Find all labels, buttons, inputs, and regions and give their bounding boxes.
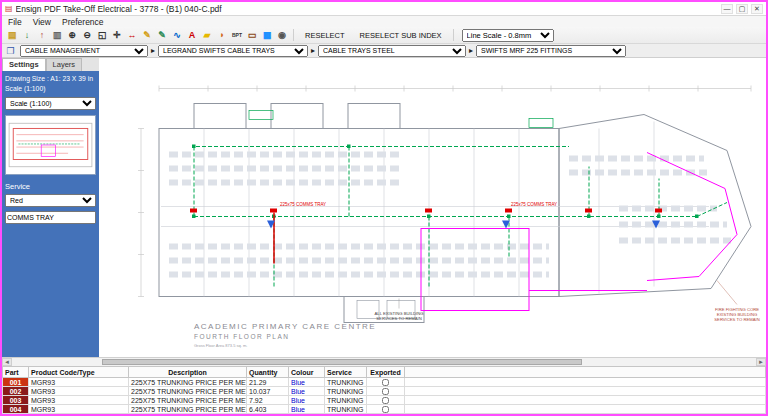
menu-file[interactable]: File — [8, 17, 22, 27]
toolbar-separator — [293, 29, 294, 41]
col-product-code[interactable]: Product Code/Type — [29, 367, 129, 378]
quantity-cell: 6.403 — [247, 405, 289, 414]
range-select[interactable]: LEGRAND SWIFTS CABLE TRAYS — [158, 45, 308, 57]
library-icon: ❐ — [4, 45, 17, 57]
import-icon[interactable]: ↓ — [20, 28, 34, 42]
pencil-green-icon[interactable]: ✎ — [155, 28, 169, 42]
fittings-select[interactable]: SWIFTS MRF 225 FITTINGS — [476, 45, 626, 57]
col-colour[interactable]: Colour — [289, 367, 325, 378]
product-code-cell: MGR93 — [29, 405, 129, 414]
printer-icon[interactable]: ▥ — [50, 28, 64, 42]
menu-view[interactable]: View — [33, 17, 51, 27]
table-row[interactable]: 003 MGR93 225X75 TRUNKING PRICE PER METR… — [3, 396, 766, 405]
tray-label: 225x75 COMMS TRAY — [280, 202, 326, 207]
horizontal-scrollbar[interactable]: ◄ ► — [2, 357, 766, 366]
bpt-icon[interactable]: BPT — [230, 28, 244, 42]
plan-title: ACADEMIC PRIMARY CARE CENTRE — [194, 322, 376, 331]
drawing-info: Drawing Size : A1: 23 X 39 in Scale (1:1… — [2, 71, 99, 95]
category-select[interactable]: CABLE MANAGEMENT — [20, 45, 148, 57]
quantity-cell: 10.037 — [247, 387, 289, 396]
quantity-cell: 21.29 — [247, 378, 289, 387]
col-description[interactable]: Description — [129, 367, 247, 378]
colour-cell: Blue — [289, 396, 325, 405]
measure-icon[interactable]: ↔ — [125, 28, 139, 42]
open-folder-icon[interactable]: ▤ — [5, 28, 19, 42]
exported-cell — [367, 378, 405, 387]
blue-arrow-markers — [267, 221, 660, 229]
part-badge: 004 — [3, 405, 29, 414]
part-badge: 002 — [3, 387, 29, 396]
tab-settings[interactable]: Settings — [2, 58, 46, 71]
table-row[interactable]: 001 MGR93 225X75 TRUNKING PRICE PER METR… — [3, 378, 766, 387]
sidebar: Settings Layers Drawing Size : A1: 23 X … — [2, 58, 99, 357]
service-cell: TRUNKING — [325, 387, 367, 396]
col-service[interactable]: Service — [325, 367, 367, 378]
zoom-out-icon[interactable]: ⊖ — [80, 28, 94, 42]
note-existing-services: ALL EXISTING BUILDING SERVICES TO REMAIN — [375, 299, 424, 321]
reselect-button[interactable]: RESELECT — [298, 28, 352, 42]
riser-boxes — [249, 111, 553, 128]
sidebar-tabs: Settings Layers — [2, 58, 99, 71]
snapshot-icon[interactable]: ◉ — [275, 28, 289, 42]
note-fire-fighting-core: FIRE FIGHTING CORE EXISTING BUILDING SER… — [714, 281, 759, 322]
exported-checkbox[interactable] — [382, 379, 389, 386]
col-part[interactable]: Part — [3, 367, 29, 378]
exported-checkbox[interactable] — [382, 388, 389, 395]
export-icon[interactable]: ↑ — [35, 28, 49, 42]
reselect-sub-index-button[interactable]: RESELECT SUB INDEX — [353, 28, 449, 42]
chevron-right-icon: ▸ — [311, 47, 315, 55]
scale-select[interactable]: Scale (1:100) — [5, 97, 96, 110]
table-row[interactable]: 002 MGR93 225X75 TRUNKING PRICE PER METR… — [3, 387, 766, 396]
subrange-select[interactable]: CABLE TRAYS STEEL — [318, 45, 466, 57]
scrollbar-thumb[interactable] — [102, 359, 582, 365]
line-scale-select[interactable]: Line Scale - 0.8mm — [462, 29, 554, 42]
scroll-right-arrow[interactable]: ► — [756, 358, 766, 366]
main-toolbar: ▤ ↓ ↑ ▥ ⊕ ⊖ ◱ ✛ ↔ ✎ ✎ ∿ A ▰ ◗ BPT ▭ ▦ ◉ … — [2, 27, 766, 44]
freehand-icon[interactable]: ∿ — [170, 28, 184, 42]
description-cell: 225X75 TRUNKING PRICE PER METRE — [129, 405, 247, 414]
plan-title-block: ACADEMIC PRIMARY CARE CENTRE FOURTH FLOO… — [194, 322, 376, 348]
pan-icon[interactable]: ✛ — [110, 28, 124, 42]
service-label: Service — [2, 178, 99, 192]
table-header-row: Part Product Code/Type Description Quant… — [3, 367, 766, 378]
product-code-cell: MGR93 — [29, 396, 129, 405]
service-name-input[interactable] — [5, 211, 96, 224]
table-row[interactable]: 004 MGR93 225X75 TRUNKING PRICE PER METR… — [3, 405, 766, 414]
col-exported[interactable]: Exported — [367, 367, 405, 378]
service-colour-select[interactable]: Red — [5, 194, 96, 207]
exported-checkbox[interactable] — [382, 397, 389, 404]
maximize-button[interactable]: ▢ — [736, 4, 748, 14]
protractor-icon[interactable]: ◗ — [215, 28, 229, 42]
minimize-button[interactable]: — — [721, 4, 733, 14]
app-window: ▤ Ensign PDF Take-Off Electrical - 3778 … — [0, 0, 768, 416]
pencil-icon[interactable]: ✎ — [140, 28, 154, 42]
zoom-in-icon[interactable]: ⊕ — [65, 28, 79, 42]
service-cell: TRUNKING — [325, 405, 367, 414]
menu-preference[interactable]: Preference — [62, 17, 104, 27]
drawing-canvas[interactable]: 225x75 COMMS TRAY 225x75 COMMS TRAY ACAD… — [99, 58, 766, 357]
drawing-size-label: Drawing Size : A1: 23 X 39 in — [5, 74, 96, 84]
tab-layers[interactable]: Layers — [46, 58, 83, 71]
magenta-route — [421, 153, 737, 311]
part-badge: 003 — [3, 396, 29, 405]
col-quantity[interactable]: Quantity — [247, 367, 289, 378]
highlighter-icon[interactable]: ▰ — [200, 28, 214, 42]
quantity-cell: 7.92 — [247, 396, 289, 405]
scroll-left-arrow[interactable]: ◄ — [2, 358, 12, 366]
description-cell: 225X75 TRUNKING PRICE PER METRE — [129, 396, 247, 405]
product-code-cell: MGR93 — [29, 378, 129, 387]
ruler-icon[interactable]: ▭ — [245, 28, 259, 42]
exported-checkbox[interactable] — [382, 406, 389, 413]
drawing-thumbnail[interactable] — [5, 115, 96, 175]
floor-plan: 225x75 COMMS TRAY 225x75 COMMS TRAY ACAD… — [99, 58, 766, 357]
grid-icon[interactable]: ▦ — [260, 28, 274, 42]
exported-cell — [367, 405, 405, 414]
note-line: SERVICES TO REMAIN — [714, 317, 759, 322]
text-icon[interactable]: A — [185, 28, 199, 42]
close-button[interactable]: ✕ — [751, 4, 763, 14]
filler-cell — [405, 405, 766, 414]
filler-cell — [405, 378, 766, 387]
product-code-cell: MGR93 — [29, 387, 129, 396]
zoom-window-icon[interactable]: ◱ — [95, 28, 109, 42]
window-title: Ensign PDF Take-Off Electrical - 3778 - … — [16, 4, 718, 14]
